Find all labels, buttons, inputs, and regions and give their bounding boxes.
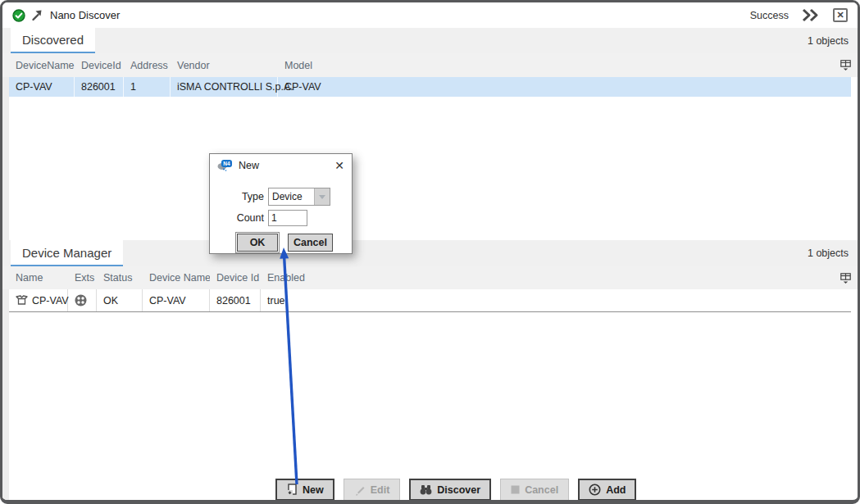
- discovered-objects-count: 1 objects: [808, 28, 849, 53]
- cell-name: CP-VAV: [9, 289, 68, 311]
- col-devicename[interactable]: DeviceName: [9, 60, 75, 71]
- cell-status: OK: [97, 289, 143, 311]
- n4-logo-icon: N4: [217, 159, 233, 171]
- success-check-icon: [12, 9, 25, 22]
- col-device-id[interactable]: Device Id: [210, 272, 261, 284]
- col-exts[interactable]: Exts: [68, 272, 97, 284]
- dialog-close-icon[interactable]: ✕: [334, 160, 344, 171]
- cell-name-text: CP-VAV: [32, 295, 69, 306]
- device-box-icon: [16, 295, 28, 306]
- new-document-icon: [286, 484, 298, 496]
- cell-device-id: 826001: [75, 77, 124, 97]
- nano-discover-window: Nano Discover Success ✕ Discovered 1 obj…: [0, 0, 860, 504]
- edit-button[interactable]: Edit: [344, 479, 401, 501]
- type-label: Type: [221, 191, 264, 202]
- close-button[interactable]: ✕: [833, 8, 848, 22]
- tab-discovered-label: Discovered: [22, 33, 84, 47]
- device-manager-objects-count: 1 objects: [808, 240, 849, 266]
- discovered-row[interactable]: CP-VAV 826001 1 iSMA CONTROLLI S.p.A. CP…: [9, 77, 851, 97]
- col-enabled[interactable]: Enabled: [261, 272, 858, 284]
- col-name[interactable]: Name: [9, 272, 68, 284]
- count-input[interactable]: [268, 210, 307, 226]
- count-label: Count: [221, 212, 264, 224]
- new-dialog-title: New: [239, 160, 259, 171]
- action-button-bar: New Edit Discover Cancel Add: [275, 479, 636, 501]
- cell-device-name: CP-VAV: [9, 77, 75, 97]
- new-dialog: N4 New ✕ Type Device Count OK Cancel: [209, 153, 353, 254]
- type-field-row: Type Device: [221, 188, 330, 206]
- cancel-button[interactable]: Cancel: [500, 479, 569, 501]
- tab-discovered[interactable]: Discovered: [11, 28, 95, 53]
- new-button[interactable]: New: [275, 479, 334, 501]
- expand-chevrons-icon[interactable]: [800, 8, 820, 22]
- cell-device-name: CP-VAV: [143, 289, 210, 311]
- exts-quad-icon[interactable]: [75, 294, 87, 306]
- cancel-button-label: Cancel: [525, 484, 558, 496]
- col-vendor[interactable]: Vendor: [171, 60, 278, 71]
- cell-enabled: true: [261, 289, 851, 311]
- edit-button-label: Edit: [371, 484, 390, 496]
- column-chooser-icon[interactable]: [839, 271, 852, 284]
- col-status[interactable]: Status: [97, 272, 143, 284]
- column-chooser-icon[interactable]: [839, 59, 852, 72]
- cell-vendor: iSMA CONTROLLI S.p.A.: [171, 77, 278, 97]
- discover-button[interactable]: Discover: [409, 479, 491, 501]
- cell-exts: [68, 289, 97, 311]
- binoculars-icon: [420, 484, 432, 495]
- status-text: Success: [750, 10, 789, 21]
- new-button-label: New: [303, 484, 324, 496]
- dropdown-button[interactable]: [314, 188, 330, 205]
- device-manager-tab-strip: Device Manager 1 objects: [2, 240, 858, 266]
- discover-button-label: Discover: [437, 484, 480, 496]
- dialog-cancel-button[interactable]: Cancel: [288, 234, 333, 252]
- chevron-down-icon: [319, 195, 325, 199]
- new-dialog-titlebar: N4 New ✕: [210, 154, 352, 176]
- add-button[interactable]: Add: [578, 479, 636, 501]
- col-device-name[interactable]: Device Name: [143, 272, 210, 284]
- cell-device-id: 826001: [210, 289, 261, 311]
- svg-text:N4: N4: [223, 161, 230, 166]
- col-model[interactable]: Model: [278, 60, 858, 71]
- title-bar: Nano Discover Success ✕: [2, 2, 858, 28]
- edit-pencil-icon: [354, 484, 366, 496]
- col-address[interactable]: Address: [124, 60, 171, 71]
- cell-address: 1: [124, 77, 171, 97]
- window-title: Nano Discover: [50, 9, 120, 21]
- cell-model: CP-VAV: [278, 77, 851, 97]
- ok-button[interactable]: OK: [237, 234, 278, 252]
- device-manager-table-header: Name Exts Status Device Name Device Id E…: [2, 266, 858, 289]
- add-circle-icon: [589, 484, 601, 496]
- discovered-table-header: DeviceName DeviceId Address Vendor Model: [2, 53, 858, 77]
- discovered-tab-strip: Discovered 1 objects: [2, 28, 858, 53]
- device-manager-row[interactable]: CP-VAV OK CP-VAV 826001 true: [9, 289, 851, 312]
- count-field-row: Count: [221, 210, 307, 226]
- add-button-label: Add: [606, 484, 626, 496]
- type-dropdown-value: Device: [269, 188, 314, 205]
- tab-device-manager-label: Device Manager: [22, 246, 111, 260]
- type-dropdown[interactable]: Device: [268, 188, 330, 206]
- stop-square-icon: [511, 485, 520, 494]
- jump-arrow-icon: [31, 9, 43, 21]
- col-deviceid[interactable]: DeviceId: [75, 60, 124, 71]
- tab-device-manager[interactable]: Device Manager: [11, 240, 123, 266]
